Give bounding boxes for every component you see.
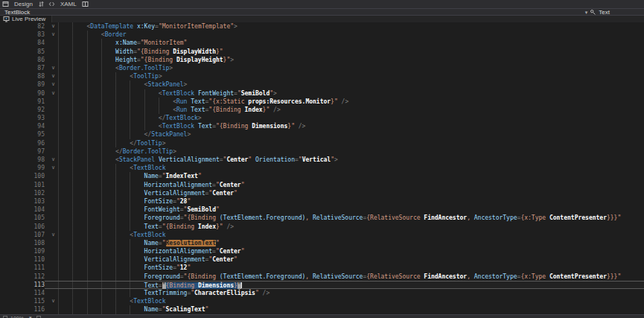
split-view-icon[interactable] [82, 1, 89, 7]
code-line[interactable]: 82∨ <DataTemplate x:Key="MonitorItemTemp… [0, 22, 644, 31]
code-text[interactable]: FontSize="28" [58, 197, 644, 206]
breadcrumb-dropdown-icon[interactable]: ▾ [583, 10, 590, 15]
line-number[interactable]: 103 [0, 197, 45, 206]
line-number[interactable]: 98 [0, 156, 45, 164]
code-text[interactable]: x:Name="MonitorItem" [58, 39, 644, 47]
code-line[interactable]: 95 </StackPanel> [0, 130, 644, 139]
line-number[interactable]: 88 [0, 72, 45, 80]
live-preview-tab[interactable]: Live Preview [0, 16, 52, 22]
code-text[interactable]: Height="{Binding DisplayHeight}"> [58, 56, 644, 64]
code-line[interactable]: 98∨ <StackPanel VerticalAlignment="Cente… [0, 156, 644, 164]
line-number[interactable]: 95 [0, 130, 45, 139]
code-line[interactable]: 92 <Run Text="{Binding Index}" /> [0, 106, 644, 114]
code-text[interactable]: <TextBlock [58, 297, 644, 305]
line-number[interactable]: 90 [0, 89, 45, 98]
line-number[interactable]: 109 [0, 247, 45, 255]
code-line[interactable]: 114 TextTrimming="CharacterEllipsis" /> [0, 289, 644, 297]
line-number[interactable]: 87 [0, 64, 45, 72]
code-line[interactable]: 97 </Border.ToolTip> [0, 147, 644, 156]
code-text[interactable]: <Border.ToolTip> [58, 64, 644, 72]
code-text[interactable]: <StackPanel> [58, 80, 644, 89]
code-text[interactable]: Width="{Binding DisplayWidth}" [58, 48, 644, 56]
code-line[interactable]: 83∨ <Border [0, 31, 644, 39]
line-number[interactable]: 84 [0, 39, 45, 47]
fold-chevron-icon[interactable]: ∨ [45, 72, 58, 80]
code-text[interactable]: <TextBlock FontWeight="SemiBold"> [58, 89, 644, 98]
line-number[interactable]: 89 [0, 80, 45, 89]
code-line[interactable]: 103 FontSize="28" [0, 197, 644, 206]
code-line[interactable]: 100 Name="IndexText" [0, 172, 644, 180]
line-number[interactable]: 82 [0, 22, 45, 31]
code-text[interactable]: Foreground="{Binding (TextElement.Foregr… [58, 214, 644, 222]
code-text[interactable]: Text="{Binding Dimensions}" [58, 282, 644, 288]
xaml-tab[interactable]: XAML [59, 1, 78, 7]
code-text[interactable]: </ToolTip> [58, 139, 644, 147]
line-number[interactable]: 107 [0, 231, 45, 239]
fold-chevron-icon[interactable]: ∨ [45, 22, 58, 31]
code-line[interactable]: 94 <TextBlock Text="{Binding Dimensions}… [0, 122, 644, 130]
code-text[interactable]: <ToolTip> [58, 72, 644, 80]
line-number[interactable]: 94 [0, 122, 45, 130]
code-line[interactable]: 106 Text="{Binding Index}" /> [0, 223, 644, 231]
line-number[interactable]: 100 [0, 172, 45, 180]
code-line[interactable]: 89∨ <StackPanel> [0, 80, 644, 89]
line-number[interactable]: 111 [0, 264, 45, 272]
code-line[interactable]: 90∨ <TextBlock FontWeight="SemiBold"> [0, 89, 644, 98]
line-number[interactable]: 101 [0, 181, 45, 189]
code-text[interactable]: Foreground="{Binding (TextElement.Foregr… [58, 273, 644, 281]
line-number[interactable]: 102 [0, 189, 45, 197]
line-number[interactable]: 91 [0, 98, 45, 106]
code-text[interactable]: VerticalAlignment="Center" [58, 255, 644, 264]
code-text[interactable]: </StackPanel> [58, 130, 644, 139]
line-number[interactable]: 85 [0, 48, 45, 56]
line-number[interactable]: 105 [0, 214, 45, 222]
line-number[interactable]: 83 [0, 31, 45, 39]
line-number[interactable]: 114 [0, 289, 45, 297]
property-label[interactable]: Text [599, 9, 610, 16]
code-line[interactable]: 99∨ <TextBlock [0, 164, 644, 172]
line-number[interactable]: 92 [0, 106, 45, 114]
code-line[interactable]: 104 FontWeight="SemiBold" [0, 206, 644, 214]
code-text[interactable]: <DataTemplate x:Key="MonitorItemTemplate… [58, 22, 644, 31]
code-line[interactable]: 96 </ToolTip> [0, 139, 644, 147]
line-number[interactable]: 115 [0, 297, 45, 305]
fold-chevron-icon[interactable]: ∨ [45, 64, 58, 72]
code-text[interactable]: Name="ScalingText" [58, 305, 644, 314]
code-text[interactable]: <Border [58, 31, 644, 39]
code-text[interactable]: <Run Text="{Binding Index}" /> [58, 106, 644, 114]
fold-chevron-icon[interactable]: ∨ [45, 89, 58, 98]
current-element-label[interactable]: TextBlock [4, 9, 30, 16]
zoom-level[interactable]: 100% [10, 315, 24, 318]
line-number[interactable]: 110 [0, 255, 45, 264]
fold-chevron-icon[interactable]: ∨ [45, 31, 58, 39]
line-number[interactable]: 113 [0, 281, 45, 289]
line-number[interactable]: 86 [0, 56, 45, 64]
fold-chevron-icon[interactable]: ∨ [45, 231, 58, 239]
line-number[interactable]: 97 [0, 147, 45, 156]
code-text[interactable]: HorizontalAlignment="Center" [58, 247, 644, 255]
code-line[interactable]: 86 Height="{Binding DisplayHeight}"> [0, 56, 644, 64]
code-line[interactable]: 87∨ <Border.ToolTip> [0, 64, 644, 72]
code-text[interactable]: </TextBlock> [58, 114, 644, 122]
code-text[interactable]: <TextBlock [58, 231, 644, 239]
code-text[interactable]: </Border.ToolTip> [58, 147, 644, 156]
code-text[interactable]: FontWeight="SemiBold" [58, 206, 644, 214]
wrench-icon[interactable] [590, 9, 596, 16]
code-text[interactable]: <Run Text="{x:Static props:Resources.Mon… [58, 98, 644, 106]
design-tab[interactable]: Design [13, 1, 34, 7]
fold-chevron-icon[interactable]: ∨ [45, 156, 58, 164]
code-text[interactable]: <TextBlock Text="{Binding Dimensions}" /… [58, 122, 644, 130]
line-number[interactable]: 108 [0, 239, 45, 247]
code-text[interactable]: FontSize="12" [58, 264, 644, 272]
code-line[interactable]: 101 HorizontalAlignment="Center" [0, 181, 644, 189]
zoom-dropdown-icon[interactable]: ▾ [27, 315, 34, 318]
code-line[interactable]: 109 HorizontalAlignment="Center" [0, 247, 644, 255]
line-number[interactable]: 96 [0, 139, 45, 147]
code-text[interactable]: Name="ResolutionText" [58, 239, 644, 247]
line-number[interactable]: 116 [0, 305, 45, 314]
code-line[interactable]: 105 Foreground="{Binding (TextElement.Fo… [0, 214, 644, 222]
code-text[interactable]: Text="{Binding Index}" /> [58, 223, 644, 231]
code-line[interactable]: 85 Width="{Binding DisplayWidth}" [0, 48, 644, 56]
fold-chevron-icon[interactable]: ∨ [45, 80, 58, 89]
code-line[interactable]: 88∨ <ToolTip> [0, 72, 644, 80]
